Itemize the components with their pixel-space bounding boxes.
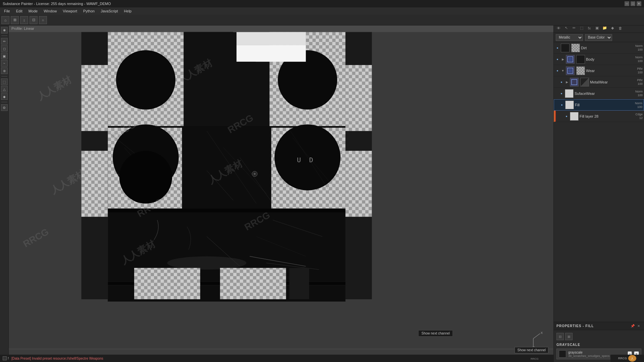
- layer-thumb-dirt: [561, 44, 570, 52]
- toolbar-grid-btn[interactable]: ⊞: [11, 16, 19, 24]
- show-next-channel-wrapper[interactable]: Show next channel Show next channel: [515, 347, 548, 353]
- layer-blend-mode-body: Norm: [635, 56, 643, 59]
- maximize-button[interactable]: □: [631, 1, 635, 6]
- layer-expand-body[interactable]: ▶: [561, 57, 565, 61]
- menu-mode[interactable]: Mode: [26, 8, 41, 14]
- toolbar-btn4[interactable]: ⊡: [30, 16, 38, 24]
- layer-delete-button[interactable]: 🗑: [617, 25, 624, 32]
- layer-vis-dirt[interactable]: ●: [555, 46, 560, 50]
- layer-vis-surfacewear[interactable]: ●: [559, 91, 564, 96]
- layer-blend-surfacewear: Norm 100: [626, 90, 643, 97]
- layer-name-area-fill: Fill: [575, 103, 625, 107]
- menu-javascript[interactable]: JavaScript: [98, 8, 120, 14]
- menu-help[interactable]: Help: [121, 8, 135, 14]
- layer-eye-button[interactable]: 👁: [555, 25, 562, 32]
- show-next-channel-button[interactable]: Show next channel: [515, 347, 548, 353]
- layer-effect-button[interactable]: fx: [586, 25, 593, 32]
- tool-select[interactable]: ⬚: [1, 78, 8, 85]
- tool-clone[interactable]: ⊕: [1, 67, 8, 74]
- props-view-btn-1[interactable]: ⊟: [556, 333, 564, 340]
- svg-rect-54: [82, 151, 108, 217]
- layer-vis-fill28[interactable]: ●: [564, 114, 569, 119]
- tool-separator-3: [1, 102, 7, 102]
- svg-point-8: [116, 50, 175, 110]
- tool-paint[interactable]: ✏: [1, 38, 8, 45]
- layer-item-body[interactable]: ● ▶ Body Norm 100: [554, 54, 644, 65]
- menu-python[interactable]: Python: [80, 8, 97, 14]
- menu-window[interactable]: Window: [41, 8, 59, 14]
- layer-name-area-surfacewear: SufaceWear: [575, 92, 625, 96]
- toolbar-home-btn[interactable]: ⌂: [1, 16, 9, 24]
- scene-svg: U D U D: [9, 32, 553, 349]
- layer-item-metalwear[interactable]: ● ▶ MetalWear Pthr 100: [554, 76, 644, 88]
- tool-smudge[interactable]: ~: [1, 60, 8, 67]
- mask-checkbox[interactable]: [3, 356, 7, 360]
- error-text: [Data Preset] Invalid preset resource://…: [11, 357, 103, 360]
- layer-item-fill28[interactable]: ● Fill layer 28 Cdge 12: [554, 111, 644, 122]
- layer-paint-button[interactable]: ✏: [571, 25, 577, 32]
- layer-vis-metalwear[interactable]: ●: [559, 80, 564, 84]
- layer-item-wear[interactable]: ● ▼ Wear Pthr 100: [554, 65, 644, 76]
- layer-name-surfacewear: SufaceWear: [575, 92, 625, 96]
- layer-fill-button[interactable]: ▣: [594, 25, 600, 32]
- menu-file[interactable]: File: [1, 8, 13, 14]
- rrcg-logo-text: RRCG: [618, 357, 627, 360]
- svg-point-34: [119, 151, 172, 203]
- layer-folder-button[interactable]: 📁: [601, 25, 608, 32]
- layer-vis-fill[interactable]: ●: [559, 103, 564, 107]
- tool-anchor[interactable]: ◆: [1, 93, 8, 100]
- layer-vis-wear[interactable]: ●: [555, 68, 560, 73]
- metallic-dropdown[interactable]: Metallic Roughness Normal: [556, 34, 583, 41]
- properties-pin-button[interactable]: 📌: [630, 323, 635, 329]
- layer-item-surfacewear[interactable]: ● SufaceWear Norm 100: [554, 88, 644, 99]
- layer-blend-mode-metalwear: Pthr: [637, 78, 643, 82]
- layer-expand-wear[interactable]: ▼: [561, 69, 565, 73]
- layer-blend-mode-fill28: Cdge: [635, 113, 643, 116]
- layer-opacity-fill28: 12: [639, 116, 643, 120]
- main-viewport[interactable]: U D U D: [9, 25, 553, 349]
- show-next-channel-tooltip: Show next channel: [418, 330, 453, 337]
- tool-fill[interactable]: ▣: [1, 53, 8, 59]
- properties-close-button[interactable]: ✕: [636, 323, 641, 329]
- tool-bake[interactable]: ⚙: [1, 104, 8, 111]
- profile-bar: Profile: Linear: [9, 25, 37, 32]
- layer-vis-body[interactable]: ●: [555, 57, 560, 62]
- window-controls[interactable]: ─ □ ✕: [625, 1, 641, 6]
- layer-thumb-metalwear: [570, 78, 579, 86]
- svg-rect-37: [108, 208, 345, 213]
- toolbar-btn3[interactable]: ↕: [20, 16, 28, 24]
- layer-name-fill28: Fill layer 28: [580, 114, 625, 118]
- logo-svg: RRCG: [530, 355, 550, 362]
- menu-edit[interactable]: Edit: [13, 8, 25, 14]
- close-button[interactable]: ✕: [637, 1, 641, 6]
- layer-name-wear: Wear: [586, 69, 625, 73]
- layer-mask-button[interactable]: ⬚: [578, 25, 585, 32]
- axes-svg: X Y: [523, 328, 543, 349]
- title-bar: Substance Painter - License: 255 days re…: [0, 0, 644, 7]
- svg-text:X: X: [541, 331, 543, 335]
- layer-cursor-button[interactable]: ↖: [563, 25, 570, 32]
- svg-rect-53: [345, 65, 372, 131]
- layer-extra-thumb-metalwear: [580, 78, 589, 86]
- layer-name-area-fill28: Fill layer 28: [580, 114, 625, 118]
- layer-item-dirt[interactable]: ● Dirt Norm 100: [554, 42, 644, 54]
- layer-name-metalwear: MetalWear: [590, 80, 625, 84]
- minimize-button[interactable]: ─: [625, 1, 629, 6]
- layer-item-fill[interactable]: ● Fill Norm 100: [554, 99, 644, 111]
- tool-separator-2: [1, 76, 7, 76]
- layer-list: ● Dirt Norm 100 ● ▶ Body Norm 1: [554, 42, 644, 322]
- menu-viewport[interactable]: Viewport: [60, 8, 80, 14]
- tool-erase[interactable]: ◻: [1, 45, 8, 52]
- layer-anchor-button[interactable]: ◆: [609, 25, 616, 32]
- layer-blend-mode-surfacewear: Norm: [635, 90, 643, 93]
- layer-name-area-body: Body: [586, 57, 625, 61]
- base-color-dropdown[interactable]: Base Color Metallic Roughness: [585, 34, 612, 41]
- main-toolbar: ⌂ ⊞ ↕ ⊡ ○: [0, 15, 644, 25]
- props-view-btn-2[interactable]: ⊠: [565, 333, 573, 340]
- layer-expand-metalwear[interactable]: ▶: [565, 80, 569, 84]
- svg-rect-24: [182, 128, 271, 208]
- tool-geometry[interactable]: △: [1, 86, 8, 93]
- tool-cursor[interactable]: ✱: [1, 27, 8, 34]
- nav-axes: X Y: [523, 328, 543, 349]
- toolbar-btn5[interactable]: ○: [39, 16, 47, 24]
